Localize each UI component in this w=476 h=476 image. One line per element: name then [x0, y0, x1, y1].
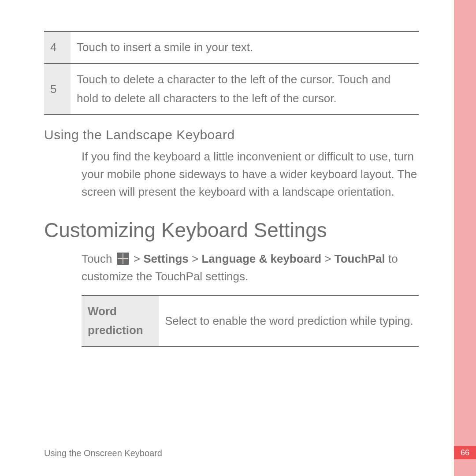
- page-number-badge: 66: [454, 446, 476, 459]
- actions-table: 4 Touch to insert a smile in your text. …: [44, 31, 419, 115]
- subsection-heading-landscape: Using the Landscape Keyboard: [44, 127, 428, 142]
- table-row: 4 Touch to insert a smile in your text.: [44, 31, 419, 63]
- settings-table: Word prediction Select to enable the wor…: [82, 295, 419, 347]
- action-description: Touch to insert a smile in your text.: [71, 31, 419, 63]
- text: >: [130, 252, 144, 265]
- setting-label: Word prediction: [82, 295, 159, 346]
- page-content: 4 Touch to insert a smile in your text. …: [44, 31, 428, 347]
- action-number: 4: [44, 31, 71, 63]
- table-row: 5 Touch to delete a character to the lef…: [44, 63, 419, 115]
- footer-chapter-title: Using the Onscreen Keyboard: [44, 448, 162, 458]
- nav-language-keyboard: Language & keyboard: [201, 252, 321, 265]
- table-row: Word prediction Select to enable the wor…: [82, 295, 419, 346]
- text: >: [189, 252, 202, 265]
- setting-description: Select to enable the word prediction whi…: [159, 295, 419, 346]
- action-description: Touch to delete a character to the left …: [71, 63, 419, 115]
- apps-grid-icon: [117, 253, 129, 265]
- nav-touchpal: TouchPal: [335, 252, 385, 265]
- nav-settings: Settings: [143, 252, 189, 265]
- paragraph-path: Touch > Settings > Language & keyboard >…: [82, 250, 425, 285]
- text: >: [321, 252, 335, 265]
- paragraph-landscape: If you find the keyboard a little inconv…: [82, 148, 425, 201]
- action-number: 5: [44, 63, 71, 115]
- section-heading-customizing: Customizing Keyboard Settings: [44, 218, 428, 242]
- text: Touch: [82, 252, 115, 265]
- side-accent-bar: [454, 0, 476, 476]
